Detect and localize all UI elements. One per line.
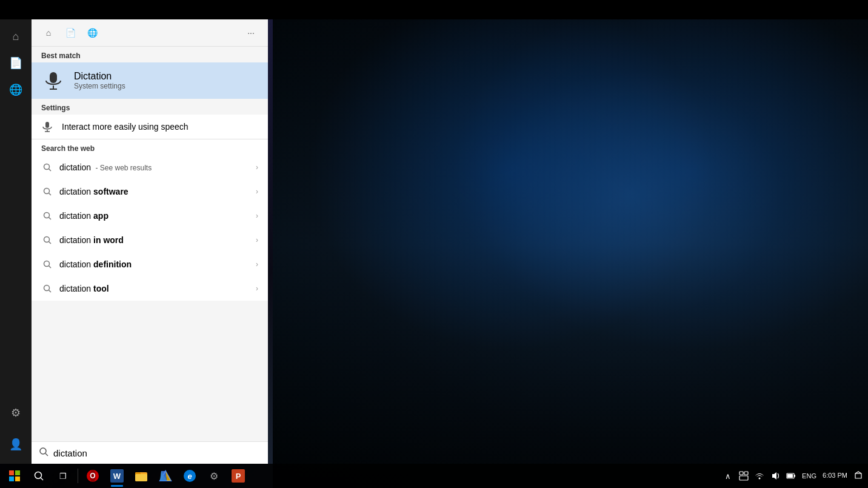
svg-rect-3 bbox=[45, 122, 49, 128]
web-item-text-1: dictation - See web results bbox=[59, 162, 250, 172]
svg-line-19 bbox=[45, 453, 48, 456]
best-match-item[interactable]: Dictation System settings bbox=[32, 62, 268, 99]
taskbar-search-icon[interactable] bbox=[27, 464, 51, 488]
web-search-label: Search the web bbox=[32, 139, 268, 155]
clock-time: 6:03 PM bbox=[823, 472, 847, 480]
web-query-5b: definition bbox=[93, 259, 132, 269]
sidebar-home[interactable]: ⌂ bbox=[4, 24, 28, 48]
svg-point-14 bbox=[44, 261, 50, 267]
web-item-definition[interactable]: dictation definition › bbox=[32, 252, 268, 276]
sidebar-bottom: ⚙ 👤 bbox=[4, 401, 28, 459]
taskbar-bottom: ❐ O W bbox=[0, 464, 868, 488]
toolbar-more-btn[interactable]: ··· bbox=[241, 24, 261, 41]
web-query-6b: tool bbox=[93, 284, 109, 293]
web-item-software[interactable]: dictation software › bbox=[32, 179, 268, 204]
web-query-4b: in word bbox=[93, 235, 124, 245]
search-icon-4 bbox=[41, 234, 53, 246]
tray-volume[interactable] bbox=[768, 466, 783, 486]
svg-text:W: W bbox=[113, 472, 121, 481]
web-query-6a: dictation bbox=[59, 284, 93, 293]
search-panel: ⌂ 📄 🌐 ··· Best match Dictation System se… bbox=[32, 19, 268, 464]
top-taskbar bbox=[0, 0, 868, 19]
web-query-2b: software bbox=[93, 187, 129, 196]
taskbar-divider bbox=[78, 469, 78, 483]
web-item-in-word[interactable]: dictation in word › bbox=[32, 228, 268, 252]
file-explorer-taskbar-icon[interactable] bbox=[129, 464, 153, 488]
settings-taskbar-icon[interactable]: ⚙ bbox=[202, 464, 226, 488]
svg-line-15 bbox=[49, 266, 52, 269]
svg-point-8 bbox=[44, 189, 50, 194]
sidebar-settings[interactable]: ⚙ bbox=[4, 401, 28, 425]
web-item-app[interactable]: dictation app › bbox=[32, 204, 268, 228]
tray-notification[interactable] bbox=[851, 466, 866, 486]
svg-rect-23 bbox=[15, 476, 20, 481]
web-item-text-4: dictation in word bbox=[59, 235, 250, 245]
toolbar-doc-btn[interactable]: 📄 bbox=[61, 24, 80, 41]
web-query-5a: dictation bbox=[59, 259, 93, 269]
tray-chevron[interactable]: ∧ bbox=[721, 466, 735, 486]
dictation-app-icon bbox=[41, 69, 65, 93]
word-taskbar-icon[interactable]: W bbox=[105, 464, 129, 488]
best-match-subtitle: System settings bbox=[74, 82, 258, 90]
sidebar-globe[interactable]: 🌐 bbox=[4, 78, 28, 102]
tray-taskview[interactable] bbox=[736, 466, 751, 486]
web-item-text-3: dictation app bbox=[59, 211, 250, 221]
svg-text:O: O bbox=[90, 472, 95, 480]
web-query-3a: dictation bbox=[59, 211, 93, 221]
svg-rect-33 bbox=[135, 474, 147, 481]
web-query-3b: app bbox=[93, 211, 109, 221]
search-icon-1 bbox=[41, 161, 53, 173]
search-box-icon bbox=[39, 447, 48, 459]
svg-rect-22 bbox=[9, 476, 14, 481]
tray-network[interactable] bbox=[752, 466, 767, 486]
svg-point-10 bbox=[44, 213, 50, 218]
settings-item-text: Interact more easily using speech bbox=[62, 122, 189, 132]
settings-speech-item[interactable]: Interact more easily using speech bbox=[32, 115, 268, 139]
svg-line-25 bbox=[41, 478, 43, 480]
best-match-label: Best match bbox=[32, 47, 268, 62]
svg-point-16 bbox=[44, 286, 50, 291]
svg-line-9 bbox=[49, 193, 52, 196]
web-arrow-5: › bbox=[256, 260, 258, 269]
speech-icon bbox=[41, 121, 53, 133]
web-arrow-6: › bbox=[256, 284, 258, 293]
edge-taskbar-icon[interactable]: e bbox=[178, 464, 202, 488]
svg-line-13 bbox=[49, 242, 52, 244]
web-item-text-2: dictation software bbox=[59, 187, 250, 196]
toolbar-globe-btn[interactable]: 🌐 bbox=[82, 24, 102, 41]
toolbar-home-btn[interactable]: ⌂ bbox=[39, 24, 58, 41]
web-item-tool[interactable]: dictation tool › bbox=[32, 276, 268, 301]
search-icon-6 bbox=[41, 282, 53, 295]
ppt-taskbar-icon[interactable]: P bbox=[226, 464, 250, 488]
task-view-button[interactable]: ❐ bbox=[51, 464, 75, 488]
svg-point-24 bbox=[35, 472, 42, 479]
svg-rect-49 bbox=[787, 474, 793, 478]
web-item-see-web[interactable]: dictation - See web results › bbox=[32, 155, 268, 179]
search-box bbox=[32, 441, 268, 464]
start-button[interactable] bbox=[2, 464, 27, 488]
web-query-1: dictation bbox=[59, 162, 91, 172]
search-icon-3 bbox=[41, 210, 53, 222]
gdrive-taskbar-icon[interactable] bbox=[153, 464, 178, 488]
best-match-title: Dictation bbox=[74, 71, 258, 82]
web-see-results: - See web results bbox=[93, 164, 152, 172]
svg-rect-0 bbox=[50, 72, 57, 83]
web-arrow-3: › bbox=[256, 212, 258, 220]
sidebar-docs[interactable]: 📄 bbox=[4, 51, 28, 75]
tray-clock[interactable]: 6:03 PM bbox=[820, 472, 850, 480]
web-query-2a: dictation bbox=[59, 187, 93, 196]
opera-taskbar-icon[interactable]: O bbox=[81, 464, 105, 488]
system-tray: ∧ bbox=[721, 466, 866, 486]
tray-language[interactable]: ENG bbox=[800, 466, 819, 486]
search-input[interactable] bbox=[53, 448, 261, 458]
best-match-text: Dictation System settings bbox=[74, 71, 258, 90]
svg-text:e: e bbox=[187, 472, 192, 481]
svg-line-17 bbox=[49, 290, 52, 293]
svg-rect-48 bbox=[794, 475, 795, 477]
web-item-text-5: dictation definition bbox=[59, 259, 250, 269]
sidebar-user[interactable]: 👤 bbox=[4, 432, 28, 456]
tray-battery[interactable] bbox=[784, 466, 798, 486]
left-sidebar: ⌂ 📄 🌐 ⚙ 👤 bbox=[0, 19, 32, 464]
svg-point-18 bbox=[40, 448, 46, 454]
web-arrow-4: › bbox=[256, 236, 258, 244]
